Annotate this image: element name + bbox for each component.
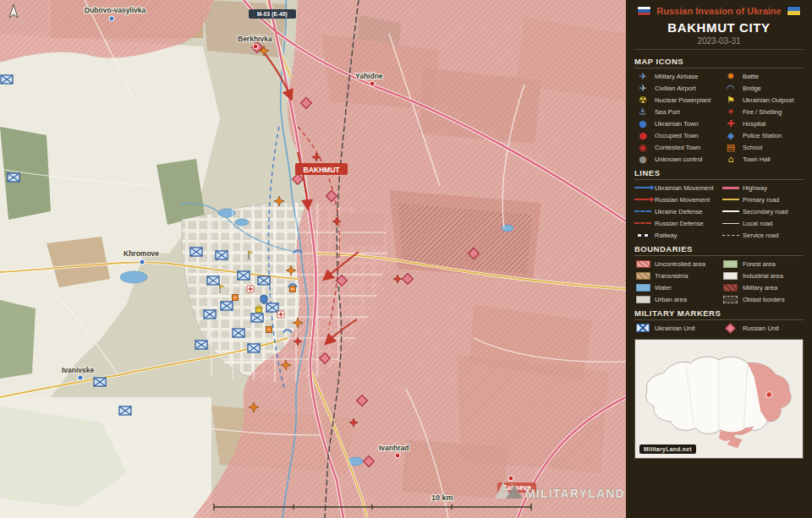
legend-item-label: Civilian Airport — [655, 85, 696, 92]
highway-line-row: Highway — [722, 183, 804, 193]
unknown-control-icon: ● — [634, 155, 651, 164]
map-town-label: Dubovo-vasylivka — [85, 6, 146, 14]
ukrainian-unit-marker — [636, 324, 650, 332]
forest-area-swatch — [723, 260, 738, 268]
legend-item-label: School — [743, 144, 762, 151]
legend-item-label: Military area — [743, 284, 777, 292]
highway-line — [722, 187, 739, 189]
legend-item-label: Military Airbase — [655, 73, 698, 80]
map-town-label: Khromove — [123, 249, 159, 258]
scale-label: 10 km — [431, 493, 453, 502]
school-icon — [290, 286, 296, 292]
legend-item-label: Fire / Shelling — [743, 108, 782, 116]
legend-item-label: Russian Unit — [743, 324, 779, 332]
ukrainian-unit-icon — [221, 302, 233, 310]
map-city-badge-label: BAKHMUT — [304, 166, 341, 174]
school-icon-row: ▤School — [722, 142, 804, 152]
page-title: BAKHMUT CITY — [634, 20, 804, 35]
header-banner: Russian Invasion of Ukraine — [634, 6, 804, 16]
school-icon — [233, 295, 239, 301]
occupied-town-icon — [253, 44, 258, 49]
map-viewport[interactable]: Dubovo-vasylivkaBerkhivkaYahidneKhromove… — [0, 0, 626, 518]
ukrainian-unit-icon — [204, 310, 216, 319]
oblast-borders-swatch — [723, 296, 738, 303]
legend-section-map-icons: MAP ICONS✈Military Airbase✹Battle✈Civili… — [634, 57, 804, 164]
legend-item-label: Oblast borders — [743, 296, 785, 303]
forest-area-swatch — [722, 260, 739, 268]
russian-movement-line — [634, 199, 651, 200]
legend-section-title: BOUNDARIES — [634, 244, 804, 256]
bridge-icon-row: ◠Bridge — [722, 83, 804, 93]
banner-title: Russian Invasion of Ukraine — [656, 6, 781, 16]
legend-item-label: Bridge — [743, 85, 761, 92]
transnistria-swatch-row: Transnistria — [634, 270, 721, 281]
hospital-icon-row: ✚Hospital — [722, 118, 804, 128]
legend-item-label: Nuclear Powerplant — [655, 96, 710, 104]
fire-shelling-icon: ✶ — [722, 107, 739, 117]
fire-shelling-icon-row: ✶Fire / Shelling — [722, 106, 804, 117]
urban-area-swatch-row: Urban area — [634, 294, 721, 304]
railway-line — [634, 234, 651, 237]
russia-flag-icon — [637, 6, 651, 16]
water-swatch-row: Water — [634, 282, 721, 292]
ukrainian-unit-icon — [216, 251, 228, 259]
military-area-swatch — [723, 284, 738, 292]
uncontrolled-area-swatch — [634, 260, 651, 268]
map-canvas[interactable]: Dubovo-vasylivkaBerkhivkaYahidneKhromove… — [0, 0, 626, 518]
urban-area-swatch — [634, 296, 651, 303]
industrial-area-swatch — [723, 272, 738, 280]
transnistria-swatch — [636, 272, 650, 280]
ukraine-minimap-canvas — [635, 340, 803, 456]
legend-item-label: Occupied Town — [655, 132, 699, 139]
bakhmut-location-marker — [766, 392, 772, 398]
military-airbase-icon: ✈ — [634, 72, 651, 81]
legend-item-label: Highway — [743, 184, 767, 192]
legend-panel: Russian Invasion of Ukraine BAKHMUT CITY… — [626, 0, 812, 518]
legend-item-label: Ukrainian Outpost — [743, 96, 794, 104]
legend-item-label: Ukrainian Unit — [655, 324, 695, 332]
legend-item-label: Contested Town — [655, 144, 700, 151]
ukrainian-unit-icon — [266, 303, 278, 312]
ukrainian-unit-icon — [207, 276, 219, 285]
legend-item-label: Industrial area — [743, 272, 783, 280]
secondary-road-line — [722, 210, 739, 212]
legend-item-label: Local road — [743, 220, 772, 227]
local-road-line — [722, 223, 739, 224]
legend-item-label: Urban area — [655, 296, 687, 303]
legend-item-label: Service road — [743, 232, 779, 239]
occupied-town-icon-row: ●Occupied Town — [634, 130, 721, 140]
police-station-icon: ◆ — [722, 131, 739, 140]
occupied-town-icon — [395, 453, 400, 458]
ukraine-defense-line — [634, 210, 651, 212]
oblast-borders-swatch — [722, 296, 739, 303]
site-badge: MilitaryLand.net — [639, 444, 696, 454]
urban-area-swatch — [636, 296, 650, 303]
russian-movement-line — [634, 199, 651, 200]
industrial-area-swatch — [722, 272, 739, 280]
forest-area-swatch-row: Forest area — [722, 259, 804, 269]
russian-movement-line-row: Russian Movement — [634, 194, 721, 204]
legend-section-boundaries: BOUNDARIESUncontrolled areaForest areaTr… — [634, 244, 804, 304]
ukrainian-unit-icon — [190, 248, 202, 256]
legend-item-label: Hospital — [743, 120, 765, 128]
transnistria-swatch — [634, 272, 651, 280]
russian-defense-line-row: Russian Defense — [634, 218, 721, 228]
legend-section-title: LINES — [634, 168, 804, 180]
ukrainian-unit-icon — [233, 329, 244, 337]
legend-item-label: Battle — [743, 73, 759, 80]
police-station-icon-row: ◆Police Station — [722, 130, 804, 140]
contested-town-icon-row: ◉Contested Town — [634, 142, 721, 152]
legend-item-label: Ukraine Defense — [655, 208, 703, 215]
water-swatch — [634, 284, 651, 292]
map-road-badge-label: M-03 (E-40) — [257, 11, 288, 18]
primary-road-line — [722, 199, 739, 200]
legend-item-label: Sea Port — [655, 108, 680, 116]
russian-defense-line — [634, 222, 651, 224]
ukrainian-town-icon — [109, 16, 114, 21]
russian-unit-marker — [726, 323, 737, 334]
sea-port-icon-row: ⚓Sea Port — [634, 106, 721, 117]
ukrainian-town-icon — [78, 375, 83, 380]
ukrainian-outpost-icon-row: ⚑Ukrainian Outpost — [722, 95, 804, 105]
uncontrolled-area-swatch-row: Uncontrolled area — [634, 259, 721, 269]
occupied-town-icon — [508, 476, 513, 481]
